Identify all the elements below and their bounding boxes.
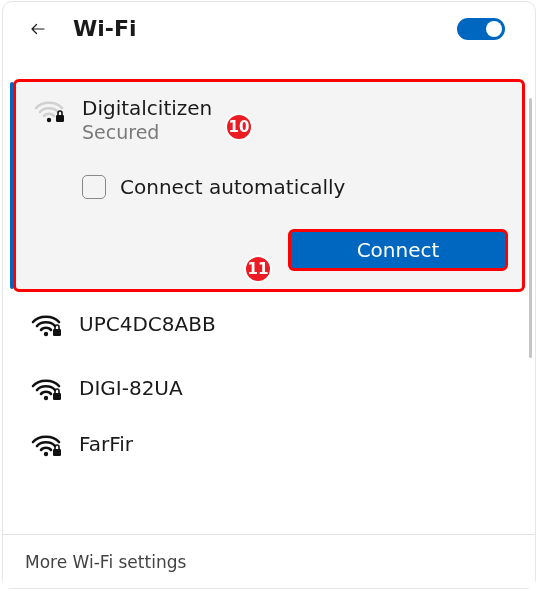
svg-point-2 <box>44 332 48 336</box>
svg-rect-7 <box>53 449 61 456</box>
more-wifi-settings-label: More Wi-Fi settings <box>25 552 186 572</box>
wifi-secured-icon <box>31 376 63 402</box>
svg-point-0 <box>47 118 51 122</box>
scrollbar[interactable] <box>529 98 532 358</box>
connect-automatically-row: Connect automatically <box>82 175 508 199</box>
more-wifi-settings[interactable]: More Wi-Fi settings <box>3 534 535 588</box>
annotation-badge-11: 11 <box>244 255 272 283</box>
svg-rect-5 <box>53 393 61 400</box>
back-button[interactable] <box>27 18 49 40</box>
network-item[interactable]: UPC4DC8ABB <box>3 292 535 356</box>
network-ssid: FarFir <box>79 432 133 456</box>
network-list: Digitalcitizen Secured Connect automatic… <box>3 49 535 524</box>
wifi-toggle[interactable] <box>457 18 505 40</box>
wifi-secured-icon <box>31 432 63 458</box>
connect-automatically-label: Connect automatically <box>120 175 345 199</box>
arrow-left-icon <box>29 20 47 38</box>
header: Wi-Fi <box>3 2 535 49</box>
selected-network-ssid: Digitalcitizen <box>82 96 212 121</box>
annotation-badge-10: 10 <box>225 113 253 141</box>
network-ssid: DIGI-82UA <box>79 376 183 400</box>
network-name: Digitalcitizen Secured <box>82 96 212 145</box>
wifi-panel: Wi-Fi Digitalcitizen Secured <box>2 1 536 589</box>
connect-automatically-checkbox[interactable] <box>82 175 106 199</box>
network-item[interactable]: DIGI-82UA <box>3 356 535 420</box>
page-title: Wi-Fi <box>73 16 457 41</box>
svg-point-6 <box>44 452 48 456</box>
network-item[interactable]: FarFir <box>3 420 535 458</box>
wifi-secured-icon <box>31 312 63 338</box>
network-ssid: UPC4DC8ABB <box>79 312 216 336</box>
svg-rect-1 <box>56 115 64 122</box>
selected-network-status: Secured <box>82 121 212 145</box>
svg-rect-3 <box>53 329 61 336</box>
svg-point-4 <box>44 396 48 400</box>
wifi-secured-weak-icon <box>34 98 66 124</box>
connect-button[interactable]: Connect <box>288 229 508 271</box>
